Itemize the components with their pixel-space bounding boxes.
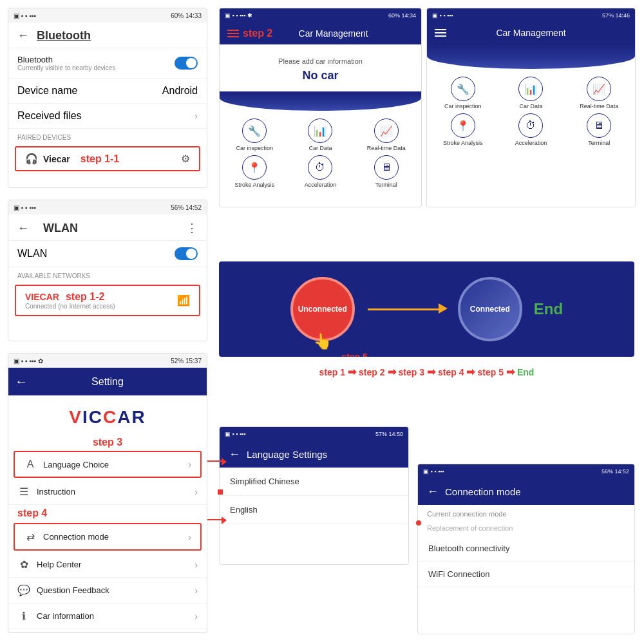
bluetooth-title: Bluetooth: [37, 29, 91, 43]
acceleration-item[interactable]: ⏱ Acceleration: [289, 155, 351, 188]
feedback-icon: 💬: [17, 584, 30, 596]
bt-status-left: ▣ ▪ ▪ ▪▪▪: [14, 12, 36, 19]
flow-end: End: [517, 367, 534, 377]
flow-arrow1: ➡: [348, 366, 356, 378]
car-inspection-item[interactable]: 🔧 Car inspection: [223, 118, 285, 151]
wifi-icon: 📶: [177, 294, 190, 307]
flow-step5: step 5: [477, 367, 503, 377]
car-info-item[interactable]: ℹ Car information ›: [8, 603, 207, 629]
bluetooth-toggle[interactable]: [175, 57, 198, 70]
accel-label: Acceleration: [305, 182, 337, 188]
realtime-data-item[interactable]: 📈 Real-time Data: [355, 118, 417, 151]
red-dot-lang: [218, 489, 223, 495]
connection-chevron: ›: [188, 532, 191, 542]
connection-mode-text: Connection mode: [43, 532, 109, 542]
car-data-icon: 📊: [308, 118, 332, 143]
feedback-text: Question Feedback: [37, 585, 109, 595]
car-right-terminal[interactable]: 🖥 Terminal: [567, 113, 631, 146]
lang-header-title: Language Settings: [247, 449, 327, 460]
unconnected-node[interactable]: Unconnected 👆: [290, 277, 355, 341]
no-car-big: No car: [220, 69, 421, 82]
received-files-chevron: ›: [194, 111, 198, 121]
wlan-toggle[interactable]: [175, 247, 198, 260]
car-data-item[interactable]: 📊 Car Data: [289, 118, 351, 151]
bluetooth-screen: ▣ ▪ ▪ ▪▪▪ 60% 14:33 ← Bluetooth Bluetoot…: [8, 8, 207, 188]
car-inspection-icon: 🔧: [242, 118, 267, 143]
car-inspection-label: Car inspection: [236, 145, 273, 151]
paired-device-row[interactable]: 🎧 Viecar step 1-1 ⚙: [15, 146, 200, 171]
viecar-network-sub: Connected (no Internet access): [25, 303, 115, 310]
car-right-realtime-label: Real-time Data: [580, 103, 618, 109]
simplified-chinese-item[interactable]: Simplified Chinese: [220, 468, 408, 496]
car-right-wave: [427, 43, 635, 69]
car-right-header: Car Management: [427, 23, 635, 43]
car-right-accel-label: Acceleration: [515, 140, 547, 146]
question-feedback-item[interactable]: 💬 Question Feedback ›: [8, 578, 207, 603]
wifi-connection-label: WiFi Connection: [428, 569, 489, 579]
step2-label: step 2: [243, 28, 272, 39]
car-right-data[interactable]: 📊 Car Data: [499, 77, 564, 109]
car-right-terminal-label: Terminal: [588, 140, 610, 146]
car-right-menu-icon[interactable]: [435, 29, 446, 37]
gear-icon[interactable]: ⚙: [181, 153, 190, 165]
flow-step2: step 2: [359, 367, 384, 377]
help-center-text: Help Center: [37, 560, 81, 569]
setting-status-right: 52% 15:37: [171, 357, 202, 365]
back-icon[interactable]: ←: [17, 29, 29, 43]
step3-label: step 3: [8, 437, 207, 448]
car-right-realtime[interactable]: 📈 Real-time Data: [567, 77, 631, 109]
viecar-network-name: VIECAR: [25, 292, 59, 302]
realtime-icon: 📈: [374, 118, 399, 143]
car-right-stroke-label: Stroke Analysis: [443, 140, 483, 146]
wlan-more-icon[interactable]: ⋮: [186, 221, 198, 235]
paired-devices-label: PAIRED DEVICES: [8, 129, 207, 144]
wifi-connection-item[interactable]: WiFi Connection: [418, 562, 634, 587]
flow-arrow3: ➡: [427, 366, 435, 378]
bluetooth-connectivity-item[interactable]: Bluetooth connectivity: [418, 536, 634, 562]
arrow-line: [368, 308, 445, 310]
stroke-label: Stroke Analysis: [234, 182, 274, 188]
language-choice-item[interactable]: A Language Choice ›: [14, 451, 202, 478]
car-left-status: ▣ ▪ ▪ ▪▪▪ ✱ 60% 14:34: [220, 8, 421, 23]
car-right-accel[interactable]: ⏱ Acceleration: [499, 113, 564, 146]
bluetooth-toggle-row: Bluetooth Currently visible to nearby de…: [8, 48, 207, 79]
viecar-network-row[interactable]: VIECAR step 1-2 Connected (no Internet a…: [15, 285, 200, 316]
setting-back-icon[interactable]: ←: [15, 374, 28, 389]
menu-icon[interactable]: [227, 30, 239, 37]
help-center-item[interactable]: ✿ Help Center ›: [8, 552, 207, 578]
no-car-section: Please add car information No car: [220, 44, 421, 91]
connmode-header: ← Connection mode: [418, 478, 634, 505]
arrow-conn-head: [222, 516, 227, 524]
connmode-back-icon[interactable]: ←: [427, 485, 439, 498]
car-mgmt-left-screen: ▣ ▪ ▪ ▪▪▪ ✱ 60% 14:34 step 2 Car Managem…: [219, 8, 422, 207]
car-info-chevron: ›: [194, 611, 198, 621]
car-right-accel-icon: ⏱: [518, 113, 543, 138]
connection-mode-item[interactable]: ⇄ Connection mode ›: [14, 523, 202, 551]
bluetooth-toggle-label: Bluetooth: [17, 55, 115, 64]
flow-step4: step 4: [438, 367, 464, 377]
stroke-analysis-item[interactable]: 📍 Stroke Analysis: [223, 155, 285, 188]
flow-step1: step 1: [319, 367, 345, 377]
lang-back-icon[interactable]: ←: [229, 448, 240, 461]
unconnected-label: Unconnected: [298, 305, 347, 314]
instruction-chevron: ›: [194, 487, 198, 497]
wlan-back-icon[interactable]: ←: [17, 222, 29, 235]
english-item[interactable]: English: [220, 496, 408, 524]
car-right-inspection[interactable]: 🔧 Car inspection: [431, 77, 495, 109]
terminal-item[interactable]: 🖥 Terminal: [355, 155, 417, 188]
car-icons-grid: 🔧 Car inspection 📊 Car Data 📈 Real-time …: [220, 116, 421, 191]
connection-arrow: [368, 308, 445, 310]
car-mgmt-right-screen: ▣ ▪ ▪ ▪▪▪ 57% 14:46 Car Management 🔧 Car…: [426, 8, 636, 207]
bluetooth-connectivity-label: Bluetooth connectivity: [428, 544, 509, 553]
car-right-title: Car Management: [496, 28, 565, 38]
wlan-screen: ▣ ▪ ▪ ▪▪▪ 56% 14:52 ← WLAN ⋮ WLAN AVAILA…: [8, 200, 207, 341]
device-name-row: Device name Android: [8, 79, 207, 104]
car-right-realtime-icon: 📈: [587, 77, 611, 101]
instruction-item[interactable]: ☰ Instruction ›: [8, 479, 207, 505]
hand-icon: 👆: [313, 332, 332, 350]
language-choice-text: Language Choice: [43, 460, 109, 469]
car-right-stroke[interactable]: 📍 Stroke Analysis: [431, 113, 495, 146]
step5-label: step 5: [341, 352, 367, 357]
bt-status-bar: ▣ ▪ ▪ ▪▪▪ 60% 14:33: [8, 8, 207, 23]
car-info-text: Car information: [37, 611, 94, 621]
